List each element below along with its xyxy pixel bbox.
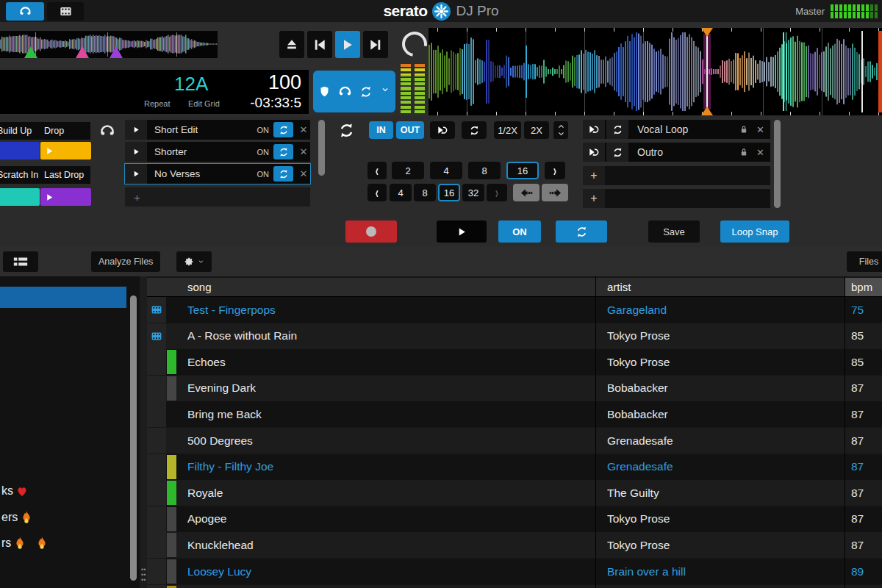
lock-icon[interactable]	[739, 147, 749, 157]
track-overview-waveform[interactable]	[0, 31, 218, 58]
loop-double-button[interactable]: 2X	[524, 121, 549, 139]
beatjump-size[interactable]: 4	[430, 162, 462, 179]
table-row[interactable]: 500 DegreesGrenadesafe87	[147, 428, 882, 453]
bpm-cell[interactable]: 85	[851, 349, 864, 375]
flip-on-label[interactable]: ON	[257, 170, 270, 179]
flip-item[interactable]: Short Edit ON ✕	[125, 120, 310, 140]
saved-loop-item[interactable]: Outro ✕	[583, 143, 770, 162]
table-row[interactable]: ApogeeTokyo Prose87	[147, 506, 882, 532]
artist-cell[interactable]: Tokyo Prose	[607, 532, 670, 558]
library-view-button[interactable]	[3, 251, 38, 272]
previous-track-button[interactable]	[307, 31, 332, 58]
crate-item[interactable]: rs	[1, 536, 49, 551]
column-divider[interactable]	[595, 276, 596, 588]
flip-play-button[interactable]	[437, 220, 487, 243]
flip-delete-icon[interactable]: ✕	[297, 168, 310, 179]
panel-divider[interactable]: ••••••	[140, 276, 147, 588]
beatjump-back-button[interactable]: ‹	[368, 162, 387, 179]
library-settings-button[interactable]	[176, 251, 212, 272]
reloop-button[interactable]	[462, 121, 487, 139]
bpm-cell[interactable]: 87	[851, 480, 864, 506]
flip-add-row[interactable]: +	[125, 187, 310, 207]
song-cell[interactable]: Apogee	[187, 506, 226, 532]
repeat-label[interactable]: Repeat	[144, 99, 170, 108]
artist-cell[interactable]: The Guilty	[607, 480, 659, 506]
loopsize[interactable]: 8	[414, 184, 436, 201]
table-row[interactable]: RoyaleThe Guilty87	[147, 480, 882, 506]
flip-delete-icon[interactable]: ✕	[297, 124, 310, 135]
deck-main-waveform[interactable]	[429, 28, 882, 115]
table-row[interactable]: Test - FingerpopsGarageland75	[147, 297, 882, 323]
flip-record-button[interactable]	[345, 220, 397, 243]
flip-play-button[interactable]	[125, 164, 147, 184]
save-button[interactable]: Save	[648, 220, 700, 243]
song-cell[interactable]: Royale	[187, 480, 223, 506]
next-track-button[interactable]	[363, 31, 388, 58]
column-divider[interactable]	[845, 276, 845, 588]
bpm-cell[interactable]: 87	[851, 532, 864, 558]
loop-reloop-button[interactable]	[606, 143, 628, 162]
table-row[interactable]: EchoesTokyo Prose85	[147, 349, 882, 375]
song-cell[interactable]: Test - Fingerpops	[187, 297, 276, 323]
crate-item[interactable]: ers	[1, 510, 34, 525]
flip-delete-icon[interactable]: ✕	[297, 146, 310, 157]
beatjump-size-active[interactable]: 16	[506, 162, 539, 179]
add-flip-button[interactable]: +	[125, 191, 140, 204]
song-cell[interactable]: Bring me Back	[187, 401, 262, 427]
play-button[interactable]	[335, 31, 360, 58]
loopsize-active[interactable]: 16	[438, 184, 460, 201]
crate-sidebar[interactable]: ks ers rs	[0, 276, 140, 588]
crate-item[interactable]: ks	[1, 484, 29, 498]
saved-loop-item[interactable]: Vocal Loop ✕	[583, 120, 770, 139]
artist-cell[interactable]: Grenadesafe	[607, 454, 673, 480]
loop-sync-icon[interactable]	[338, 122, 355, 139]
flip-play-button[interactable]	[125, 142, 147, 162]
song-cell[interactable]: A - Rose without Rain	[187, 323, 297, 349]
flip-headphone-icon[interactable]	[98, 122, 116, 140]
deck-gain-knob[interactable]	[397, 26, 431, 61]
flip-loop-toggle[interactable]	[273, 122, 293, 137]
artist-cell[interactable]: Tokyo Prose	[607, 506, 670, 532]
lock-icon[interactable]	[739, 124, 749, 135]
song-cell[interactable]: Evening Dark	[187, 376, 256, 401]
sidebar-scrollbar[interactable]	[130, 295, 137, 581]
loopsize[interactable]: 32	[462, 184, 484, 201]
column-header-artist[interactable]: artist	[607, 278, 631, 296]
loop-play-button[interactable]	[430, 121, 455, 139]
table-row[interactable]: A - Rose without RainTokyo Prose85	[147, 323, 882, 349]
artist-cell[interactable]: Tokyo Prose	[607, 349, 670, 375]
artist-cell[interactable]: Bobabacker	[607, 376, 668, 401]
artist-cell[interactable]: Grenadesafe	[607, 428, 673, 453]
loop-shift-right-button[interactable]	[542, 184, 568, 201]
loopsize[interactable]: 4	[390, 184, 412, 201]
song-cell[interactable]: Loosey Lucy	[187, 559, 251, 584]
bpm-cell[interactable]: 87	[851, 506, 864, 532]
artist-cell[interactable]: Tokyo Prose	[607, 323, 670, 349]
table-row[interactable]: Bring me BackBobabacker87	[147, 401, 882, 427]
loop-reloop-button[interactable]	[606, 120, 628, 139]
bpm-cell[interactable]: 89	[851, 559, 864, 584]
artist-cell[interactable]: Garageland	[607, 297, 667, 323]
bpm-cell[interactable]: 85	[851, 323, 864, 349]
artist-cell[interactable]: Bobabacker	[607, 401, 668, 427]
loop-in-button[interactable]: IN	[369, 121, 393, 139]
bpm-cell[interactable]: 87	[851, 401, 864, 427]
stepper-down-icon[interactable]	[557, 130, 565, 137]
loop-delete-icon[interactable]: ✕	[756, 147, 764, 158]
table-row[interactable]: Evening DarkBobabacker87	[147, 376, 882, 401]
song-cell[interactable]: Filthy - Filthy Joe	[187, 454, 273, 480]
song-cell[interactable]: Echoes	[187, 349, 226, 375]
bpm-cell[interactable]: 87	[851, 376, 864, 401]
selected-crate[interactable]	[0, 287, 126, 308]
loopsize-back-button[interactable]: ‹	[368, 184, 387, 201]
column-header-bpm[interactable]: bpm	[845, 278, 882, 296]
saved-loop-add-row[interactable]: +	[583, 166, 770, 185]
bpm-cell[interactable]: 87	[851, 428, 864, 453]
analyze-files-button[interactable]: Analyze Files	[91, 251, 160, 272]
song-cell[interactable]: 500 Degrees	[187, 428, 253, 453]
table-row[interactable]: KnuckleheadTokyo Prose87	[147, 532, 882, 558]
artist-cell[interactable]: Brain over a hill	[607, 559, 686, 584]
column-header-song[interactable]: song	[187, 278, 212, 296]
flip-on-label[interactable]: ON	[257, 148, 270, 157]
table-row[interactable]: Loosey LucyBrain over a hill89	[147, 559, 882, 584]
